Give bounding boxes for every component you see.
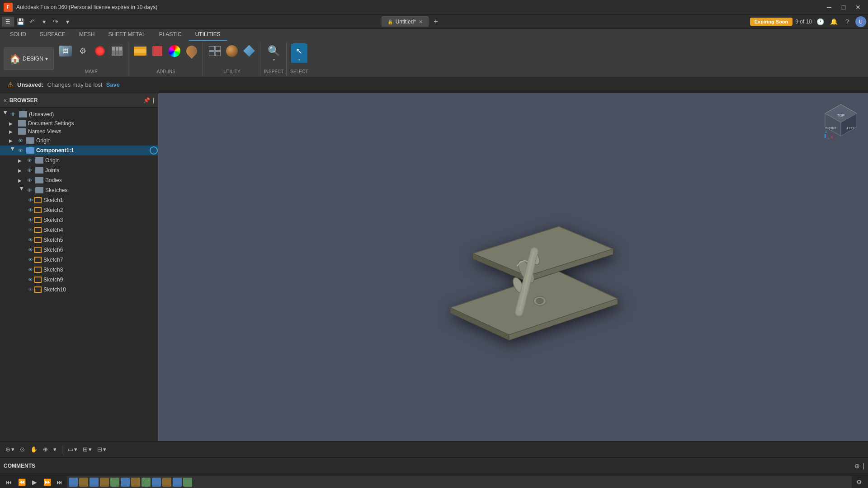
origin-arrow[interactable]: ▶: [9, 138, 16, 143]
timeline-next-button[interactable]: ⏩: [42, 477, 52, 488]
grid2-tool[interactable]: [241, 44, 257, 58]
orbit-button[interactable]: ⊙: [18, 445, 27, 454]
sketch9-vis[interactable]: 👁: [26, 276, 34, 284]
sketch5-vis[interactable]: 👁: [26, 236, 34, 244]
tab-solid[interactable]: SOLID: [4, 29, 33, 41]
component1-visibility-icon[interactable]: 👁: [16, 146, 24, 155]
timeline-prev-button[interactable]: ⏪: [16, 477, 27, 488]
sketch2-vis[interactable]: 👁: [26, 206, 34, 214]
make-table-tool[interactable]: [109, 44, 125, 58]
tree-sketch9[interactable]: 👁 Sketch9: [0, 275, 158, 285]
timeline-item-10[interactable]: [162, 478, 171, 487]
tab-utilities[interactable]: UTILITIES: [189, 29, 227, 41]
timeline-item-6[interactable]: [121, 478, 130, 487]
timeline-item-9[interactable]: [152, 478, 161, 487]
timeline-item-4[interactable]: [100, 478, 109, 487]
c1-sketches-vis[interactable]: 👁: [25, 186, 33, 194]
c1-joints-arrow[interactable]: ▶: [18, 168, 25, 173]
component1-arrow[interactable]: ▶: [10, 147, 15, 154]
camera-dropdown[interactable]: ▾: [11, 446, 14, 453]
tree-sketch10[interactable]: 👁 Sketch10: [0, 285, 158, 295]
tree-sketch5[interactable]: 👁 Sketch5: [0, 235, 158, 245]
undo-button[interactable]: ↶: [27, 16, 38, 27]
tree-origin[interactable]: ▶ 👁 Origin: [0, 136, 158, 145]
browser-pin-button[interactable]: 📌: [143, 97, 150, 103]
maximize-button[interactable]: □: [837, 2, 850, 12]
redo-button[interactable]: ↷: [50, 16, 61, 27]
save-button[interactable]: Save: [106, 81, 120, 88]
measure-tool[interactable]: [132, 44, 148, 58]
tree-root[interactable]: ▶ 👁 (Unsaved): [0, 109, 158, 119]
tree-named-views[interactable]: ▶ Named Views: [0, 127, 158, 136]
select-tool[interactable]: ↖ ▾: [291, 44, 307, 63]
grid-button[interactable]: ⊞ ▾: [81, 445, 94, 454]
display-mode-button[interactable]: ▭ ▾: [66, 445, 79, 454]
named-views-arrow[interactable]: ▶: [9, 129, 16, 134]
timeline-track[interactable]: [67, 476, 852, 488]
sphere-tool[interactable]: [224, 44, 240, 58]
clock-button[interactable]: 🕐: [815, 16, 826, 27]
timeline-item-12[interactable]: [183, 478, 192, 487]
origin-visibility-icon[interactable]: 👁: [16, 136, 24, 145]
undo-dropdown[interactable]: ▾: [38, 16, 49, 27]
tree-c1-joints[interactable]: ▶ 👁 Joints: [0, 165, 158, 175]
probe-tool[interactable]: [184, 44, 200, 58]
view-button[interactable]: ⊟ ▾: [95, 445, 108, 454]
timeline-end-button[interactable]: ⏭: [54, 477, 65, 488]
timeline-start-button[interactable]: ⏮: [4, 477, 14, 488]
tab-sheetmetal[interactable]: SHEET METAL: [102, 29, 151, 41]
tree-c1-bodies[interactable]: ▶ 👁 Bodies: [0, 175, 158, 185]
timeline-item-5[interactable]: [110, 478, 119, 487]
viewport[interactable]: TOP FRONT LEFT Z X: [158, 93, 868, 441]
browser-collapse-icon[interactable]: «: [4, 97, 7, 103]
tab-mesh[interactable]: MESH: [73, 29, 101, 41]
tree-c1-sketches[interactable]: ▶ 👁 Sketches: [0, 185, 158, 195]
new-tab-button[interactable]: ＋: [430, 16, 441, 27]
timeline-item-11[interactable]: [173, 478, 182, 487]
sketch6-vis[interactable]: 👁: [26, 246, 34, 254]
tree-c1-origin[interactable]: ▶ 👁 Origin: [0, 155, 158, 165]
redo-dropdown[interactable]: ▾: [62, 16, 73, 27]
close-button[interactable]: ✕: [852, 2, 864, 12]
sketch4-vis[interactable]: 👁: [26, 226, 34, 234]
browser-more-button[interactable]: |: [153, 97, 154, 103]
tree-sketch2[interactable]: 👁 Sketch2: [0, 205, 158, 215]
tree-doc-settings[interactable]: ▶ Document Settings: [0, 119, 158, 127]
square-tool[interactable]: [149, 44, 165, 58]
make-status-tool[interactable]: [92, 44, 108, 58]
expiring-soon-button[interactable]: Expiring Soon: [750, 18, 793, 26]
c1-origin-arrow[interactable]: ▶: [18, 158, 25, 163]
c1-sketches-arrow[interactable]: ▶: [19, 187, 24, 194]
root-expand-arrow[interactable]: ▶: [3, 111, 8, 118]
doc-tab-close[interactable]: ✕: [419, 19, 423, 25]
timeline-item-2[interactable]: [79, 478, 88, 487]
document-tab[interactable]: 🔒 Untitled* ✕: [382, 16, 429, 27]
timeline-item-1[interactable]: [69, 478, 78, 487]
pan-button[interactable]: ✋: [28, 445, 39, 454]
tree-sketch8[interactable]: 👁 Sketch8: [0, 265, 158, 275]
tree-sketch3[interactable]: 👁 Sketch3: [0, 215, 158, 225]
sketch3-vis[interactable]: 👁: [26, 216, 34, 224]
sketch10-vis[interactable]: 👁: [26, 286, 34, 294]
color-tool[interactable]: [166, 44, 183, 58]
tree-sketch4[interactable]: 👁 Sketch4: [0, 225, 158, 235]
tree-sketch7[interactable]: 👁 Sketch7: [0, 255, 158, 265]
doc-settings-arrow[interactable]: ▶: [9, 121, 16, 126]
comments-pin-icon[interactable]: |: [863, 462, 864, 469]
c1-bodies-vis[interactable]: 👁: [25, 176, 33, 184]
sketch8-vis[interactable]: 👁: [26, 266, 34, 274]
tree-sketch6[interactable]: 👁 Sketch6: [0, 245, 158, 255]
c1-bodies-arrow[interactable]: ▶: [18, 178, 25, 183]
c1-joints-vis[interactable]: 👁: [25, 166, 33, 174]
timeline-item-7[interactable]: [131, 478, 140, 487]
tab-plastic[interactable]: PLASTIC: [153, 29, 188, 41]
root-visibility-icon[interactable]: 👁: [9, 110, 17, 118]
minimize-button[interactable]: ─: [823, 2, 835, 12]
timeline-settings-button[interactable]: ⚙: [854, 477, 864, 488]
comments-add-icon[interactable]: ⊕: [854, 462, 860, 469]
app-menu-button[interactable]: ☰: [2, 17, 14, 27]
sketch1-vis[interactable]: 👁: [26, 196, 34, 204]
timeline-item-8[interactable]: [142, 478, 151, 487]
design-dropdown-button[interactable]: 🏠 DESIGN ▾: [4, 47, 54, 70]
tree-component1[interactable]: ▶ 👁 Component1:1: [0, 145, 158, 155]
